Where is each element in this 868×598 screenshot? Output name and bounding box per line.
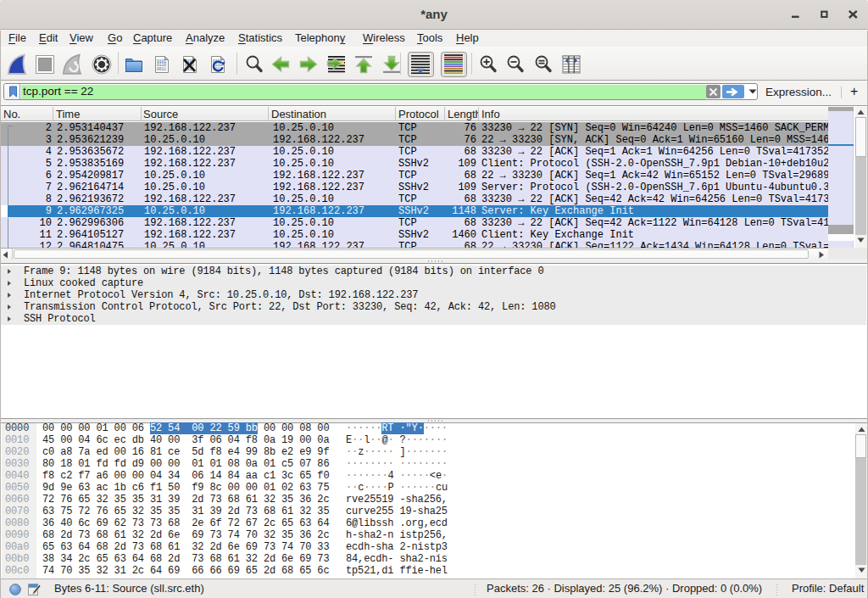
- svg-text:0011: 0011: [157, 67, 166, 71]
